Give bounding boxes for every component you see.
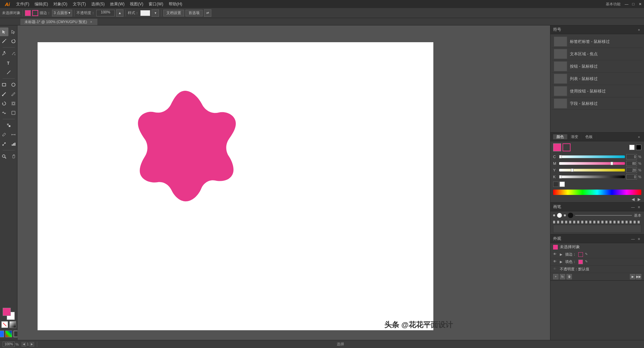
- channel-c-input[interactable]: [626, 154, 637, 159]
- doc-settings-button[interactable]: 文档设置: [163, 10, 184, 16]
- prev-page-btn[interactable]: ◀: [21, 342, 26, 347]
- appearance-delete-icon[interactable]: 🗑: [567, 274, 572, 279]
- appearance-panel-minimize[interactable]: —: [631, 236, 635, 241]
- symbol-panel-close[interactable]: ×: [637, 27, 641, 32]
- channel-y-slider[interactable]: [559, 169, 625, 171]
- doc-tab-main[interactable]: 未标题-1* @ 100% (CMYK/GPU 预览) ×: [20, 18, 98, 25]
- flower-shape[interactable]: [125, 81, 246, 218]
- appearance-nav-btn[interactable]: ▶: [630, 274, 635, 279]
- menu-window[interactable]: 窗口(W): [146, 1, 166, 8]
- stroke-color-box[interactable]: [32, 10, 38, 16]
- arrange-icon[interactable]: ⇌: [204, 9, 211, 17]
- pen-tool[interactable]: [0, 49, 8, 58]
- style-arrow[interactable]: ▾: [152, 9, 159, 17]
- menu-file[interactable]: 文件(F): [13, 1, 32, 8]
- black-swatch[interactable]: [636, 145, 641, 150]
- color-panel-close[interactable]: ×: [637, 135, 641, 139]
- channel-m-slider[interactable]: [559, 162, 625, 165]
- appearance-panel-menu[interactable]: ≡: [637, 236, 641, 241]
- direct-select-tool[interactable]: [9, 27, 18, 36]
- shape-builder-tool[interactable]: [4, 121, 13, 130]
- opacity-input[interactable]: 100%: [96, 10, 115, 16]
- appearance-fill-edit[interactable]: ✎: [585, 260, 590, 264]
- zoom-input[interactable]: [3, 342, 15, 347]
- preferences-button[interactable]: 首选项: [185, 10, 203, 16]
- appearance-nav-btn-2[interactable]: ▶▶: [636, 274, 641, 279]
- stroke-dot-2[interactable]: [557, 213, 562, 218]
- fill-color-box[interactable]: [25, 10, 31, 16]
- appearance-stroke-arrow[interactable]: ▶: [560, 253, 563, 256]
- channel-m-input[interactable]: [626, 161, 637, 166]
- style-preview[interactable]: [140, 10, 150, 16]
- appearance-stroke-swatch[interactable]: [578, 252, 583, 257]
- free-transform-tool[interactable]: [9, 109, 18, 117]
- appearance-fill-eye[interactable]: 👁: [553, 260, 558, 264]
- menu-select[interactable]: 选择(S): [89, 1, 107, 8]
- doc-tab-close-button[interactable]: ×: [89, 20, 93, 24]
- paintbrush-tool[interactable]: [0, 90, 8, 98]
- type-tool[interactable]: T: [4, 59, 13, 67]
- rotate-tool[interactable]: [0, 99, 8, 108]
- channel-k-slider[interactable]: [559, 176, 625, 178]
- channel-k-input[interactable]: [626, 174, 637, 180]
- color-mode-btn[interactable]: [0, 331, 4, 337]
- color-spectrum-bar[interactable]: [553, 190, 641, 195]
- white-swatch[interactable]: [629, 145, 635, 150]
- color-tab-swatches[interactable]: 色板: [582, 134, 596, 139]
- menu-object[interactable]: 对象(O): [51, 1, 70, 8]
- menu-edit[interactable]: 编辑(E): [32, 1, 51, 8]
- appearance-add-item[interactable]: +: [553, 274, 558, 279]
- close-button[interactable]: ✕: [637, 1, 643, 7]
- color-tab-color[interactable]: 颜色: [553, 134, 568, 139]
- blend-tool[interactable]: [0, 140, 8, 148]
- minimize-button[interactable]: —: [624, 1, 629, 7]
- appearance-fx-icon[interactable]: fx: [560, 274, 565, 279]
- appearance-opacity-eye[interactable]: 👁: [553, 267, 558, 272]
- appearance-fill-arrow[interactable]: ▶: [560, 260, 563, 264]
- pencil-tool[interactable]: [9, 90, 18, 98]
- lasso-tool[interactable]: [9, 37, 18, 46]
- menu-text[interactable]: 文字(T): [70, 1, 89, 8]
- maximize-button[interactable]: □: [631, 1, 636, 7]
- channel-c-slider[interactable]: [559, 155, 625, 158]
- white-swatch-2[interactable]: [559, 182, 565, 187]
- foreground-color-box[interactable]: [3, 308, 11, 316]
- zoom-tool[interactable]: [0, 152, 8, 161]
- line-tool[interactable]: [4, 68, 13, 77]
- scale-tool[interactable]: [9, 99, 18, 108]
- appearance-stroke-edit[interactable]: ✎: [585, 252, 590, 257]
- stroke-panel-minimize[interactable]: —: [631, 205, 635, 209]
- rect-tool[interactable]: [0, 80, 8, 89]
- appearance-stroke-eye[interactable]: 👁: [553, 252, 558, 257]
- appearance-fill-swatch[interactable]: [578, 260, 583, 264]
- stroke-dot-1[interactable]: [553, 214, 555, 216]
- stroke-dot-4[interactable]: [568, 213, 573, 218]
- gradient-box[interactable]: [9, 321, 16, 328]
- eyedropper-tool[interactable]: [0, 130, 8, 139]
- add-anchor-tool[interactable]: +: [9, 49, 18, 58]
- color-next-btn[interactable]: ▶: [637, 197, 641, 202]
- opacity-arrow-up[interactable]: ▲: [116, 9, 123, 17]
- menu-help[interactable]: 帮助(H): [166, 1, 185, 8]
- measure-tool[interactable]: [9, 130, 18, 139]
- none-box[interactable]: [1, 321, 8, 328]
- warp-tool[interactable]: [0, 109, 8, 117]
- bar-graph-tool[interactable]: [9, 140, 18, 148]
- stroke-dot-3[interactable]: [564, 214, 566, 216]
- channel-y-input[interactable]: [626, 167, 637, 173]
- color-active-stroke[interactable]: [562, 143, 571, 151]
- gradient-mode-btn[interactable]: [5, 331, 12, 337]
- hand-tool[interactable]: [9, 152, 18, 161]
- magic-wand-tool[interactable]: [0, 37, 8, 46]
- stroke-panel-menu[interactable]: ≡: [637, 205, 641, 209]
- ellipse-tool[interactable]: [9, 80, 18, 89]
- color-active-fill[interactable]: [553, 143, 561, 151]
- stroke-style-dropdown[interactable]: 3 点圆形 ▾: [52, 10, 72, 16]
- menu-view[interactable]: 视图(V): [127, 1, 146, 8]
- color-prev-btn[interactable]: ◀: [631, 197, 635, 202]
- menu-effect[interactable]: 效果(W): [107, 1, 127, 8]
- fg-bg-colors[interactable]: [3, 308, 15, 320]
- color-tab-gradient[interactable]: 渐变: [568, 134, 582, 139]
- dark-swatch[interactable]: [553, 182, 558, 187]
- select-tool[interactable]: [0, 27, 8, 36]
